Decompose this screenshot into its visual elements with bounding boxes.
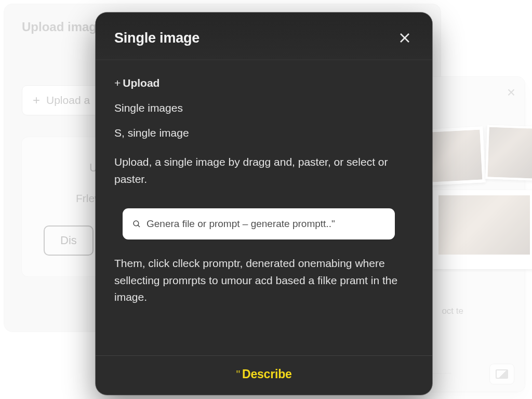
svg-point-2 bbox=[134, 221, 139, 226]
s-single-image-option[interactable]: S, single image bbox=[114, 127, 414, 139]
prompt-input[interactable] bbox=[147, 218, 385, 230]
describe-button[interactable]: "Describe bbox=[236, 367, 291, 381]
upload-option[interactable]: +Upload bbox=[114, 77, 414, 89]
prompt-search-field[interactable] bbox=[123, 208, 395, 240]
describe-button-label: Describe bbox=[242, 367, 292, 381]
search-icon bbox=[132, 219, 141, 229]
single-image-modal: Single image +Upload Single images S, si… bbox=[96, 12, 432, 395]
quote-icon: " bbox=[236, 368, 240, 381]
svg-line-3 bbox=[138, 225, 140, 227]
s-single-image-label: S, single image bbox=[114, 127, 189, 139]
plus-icon: + bbox=[114, 77, 121, 89]
single-images-option[interactable]: Single images bbox=[114, 102, 414, 114]
prompt-instructions: Them, click clleck promptr, denerated on… bbox=[114, 255, 414, 306]
close-button[interactable] bbox=[396, 29, 414, 47]
modal-title: Single image bbox=[114, 30, 200, 46]
modal-footer: "Describe bbox=[96, 355, 432, 395]
close-icon bbox=[398, 32, 411, 44]
modal-body: +Upload Single images S, single image Up… bbox=[96, 60, 432, 355]
single-images-label: Single images bbox=[114, 102, 183, 114]
upload-option-label: Upload bbox=[123, 77, 159, 89]
upload-instructions: Upload, a single image by dragg and, pas… bbox=[114, 154, 414, 188]
modal-header: Single image bbox=[96, 12, 432, 60]
